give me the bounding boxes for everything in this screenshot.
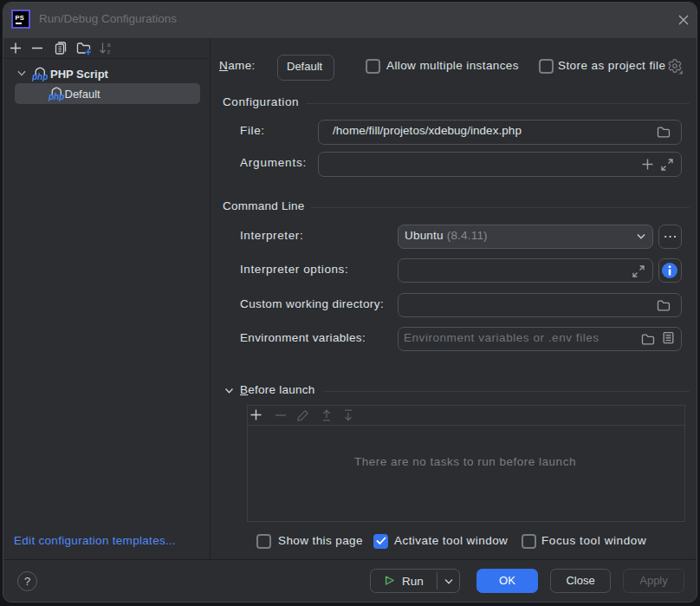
svg-text:z: z — [107, 48, 111, 55]
svg-text:php: php — [49, 92, 64, 101]
svg-text:php: php — [32, 72, 48, 81]
